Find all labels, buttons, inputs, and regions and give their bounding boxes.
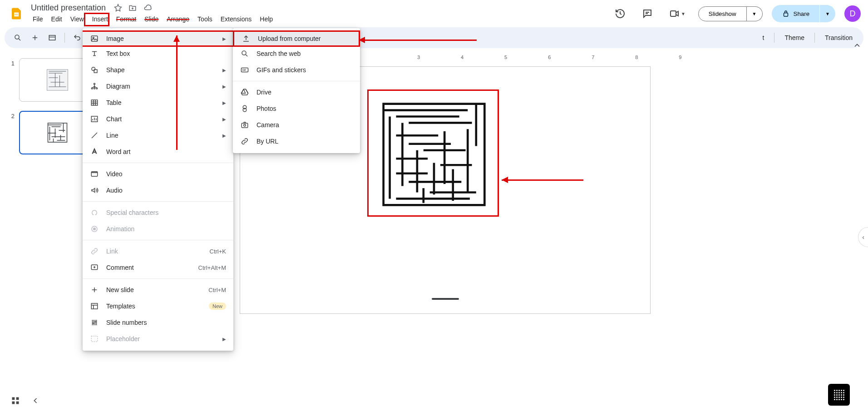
new-slide-icon[interactable] — [28, 31, 42, 45]
menu-item-placeholder: Placeholder ▶ — [83, 331, 233, 347]
menu-help[interactable]: Help — [256, 14, 276, 25]
menu-tools[interactable]: Tools — [194, 14, 216, 25]
photos-icon — [240, 104, 249, 113]
menu-item-table[interactable]: Table ▶ — [83, 94, 233, 111]
line-icon — [90, 131, 99, 139]
menu-label: Templates — [106, 303, 202, 310]
background-button[interactable]: t — [758, 34, 769, 41]
share-dropdown[interactable]: ▼ — [820, 5, 835, 22]
search-icon[interactable] — [11, 31, 25, 45]
submenu-arrow-icon: ▶ — [222, 133, 226, 138]
menu-item-shape[interactable]: Shape ▶ — [83, 62, 233, 78]
menu-edit[interactable]: Edit — [48, 14, 66, 25]
slideshow-button[interactable]: Slideshow — [698, 6, 747, 21]
svg-point-9 — [94, 83, 95, 84]
document-title[interactable]: Untitled presentation — [31, 3, 106, 13]
menu-label: Word art — [106, 148, 226, 155]
templates-icon — [90, 302, 99, 310]
svg-point-2 — [15, 35, 19, 39]
history-icon[interactable] — [611, 5, 629, 23]
undo-icon[interactable] — [70, 31, 84, 45]
menu-item-new-slide[interactable]: New slide Ctrl+M — [83, 282, 233, 298]
table-icon — [90, 99, 99, 107]
animation-icon — [90, 225, 99, 233]
menu-label: GIFs and stickers — [256, 66, 353, 74]
menu-item-text-box[interactable]: Text box — [83, 45, 233, 62]
cloud-status-icon[interactable] — [143, 4, 152, 12]
svg-rect-27 — [16, 397, 19, 400]
submenu-item-drive[interactable]: Drive — [233, 84, 360, 100]
submenu-arrow-icon: ▶ — [222, 117, 226, 122]
wordart-icon — [90, 148, 99, 156]
extension-widget[interactable] — [828, 384, 850, 406]
menu-item-slide-numbers[interactable]: Slide numbers — [83, 314, 233, 331]
submenu-item-gifs-and-stickers[interactable]: GIF GIFs and stickers — [233, 62, 360, 78]
audio-icon — [90, 186, 99, 194]
menu-item-special-characters: Special characters — [83, 204, 233, 221]
move-icon[interactable] — [128, 4, 137, 12]
shape-icon — [90, 66, 99, 74]
meet-icon[interactable]: ▼ — [666, 5, 689, 23]
menu-label: Table — [106, 99, 215, 106]
svg-point-21 — [242, 51, 246, 55]
maze-image[interactable] — [380, 102, 488, 207]
menu-item-line[interactable]: Line ▶ — [83, 127, 233, 144]
menu-item-image[interactable]: Image ▶ — [83, 30, 233, 47]
layout-icon[interactable] — [45, 31, 59, 45]
svg-rect-1 — [784, 13, 788, 17]
menu-file[interactable]: File — [29, 14, 47, 25]
svg-rect-28 — [12, 402, 15, 404]
menu-bar: File Edit View Insert Format Slide Arran… — [29, 14, 611, 25]
search-icon — [240, 50, 249, 58]
menu-item-comment[interactable]: Comment Ctrl+Alt+M — [83, 259, 233, 276]
menu-item-templates[interactable]: Templates New — [83, 298, 233, 314]
avatar[interactable]: D — [844, 5, 861, 22]
share-button[interactable]: Share — [772, 5, 820, 22]
menu-item-video[interactable]: Video — [83, 166, 233, 182]
menu-label: Video — [106, 170, 226, 178]
menu-item-chart[interactable]: Chart ▶ — [83, 111, 233, 127]
menu-item-diagram[interactable]: Diagram ▶ — [83, 78, 233, 94]
menu-separator — [83, 240, 233, 240]
menu-arrange[interactable]: Arrange — [163, 14, 193, 25]
svg-rect-26 — [12, 397, 15, 400]
svg-text:GIF: GIF — [242, 69, 247, 71]
gif-icon: GIF — [240, 66, 249, 74]
annotation-arrow — [502, 179, 583, 181]
slides-logo[interactable] — [7, 5, 25, 23]
menu-item-animation: Animation — [83, 221, 233, 237]
placeholder-icon — [90, 335, 99, 343]
menu-slide[interactable]: Slide — [141, 14, 162, 25]
submenu-item-upload-from-computer[interactable]: Upload from computer — [233, 30, 360, 47]
slideshow-dropdown[interactable]: ▼ — [747, 6, 763, 21]
menu-format[interactable]: Format — [113, 14, 140, 25]
submenu-item-search-the-web[interactable]: Search the web — [233, 45, 360, 62]
comments-icon[interactable] — [638, 5, 656, 23]
collapse-panel-icon[interactable] — [31, 396, 40, 405]
menu-item-audio[interactable]: Audio — [83, 182, 233, 199]
chart-icon — [90, 115, 99, 123]
speaker-notes-handle[interactable] — [432, 298, 459, 300]
menu-item-word-art[interactable]: Word art — [83, 144, 233, 160]
submenu-item-by-url[interactable]: By URL — [233, 133, 360, 149]
annotation-box-insert — [84, 13, 109, 26]
shortcut: Ctrl+K — [210, 248, 226, 255]
svg-rect-13 — [91, 100, 98, 105]
menu-label: New slide — [106, 286, 201, 293]
menu-label: Photos — [256, 105, 353, 112]
divider — [814, 33, 815, 43]
theme-button[interactable]: Theme — [780, 34, 809, 41]
submenu-item-photos[interactable]: Photos — [233, 100, 360, 117]
menu-separator — [83, 163, 233, 163]
video-icon — [90, 170, 99, 178]
submenu-item-camera[interactable]: Camera — [233, 117, 360, 133]
menu-label: Placeholder — [106, 335, 215, 343]
menu-label: Special characters — [106, 209, 226, 216]
star-icon[interactable] — [114, 4, 122, 12]
svg-rect-3 — [49, 35, 55, 40]
grid-view-icon[interactable] — [11, 396, 20, 405]
newslide-icon — [90, 286, 99, 294]
svg-point-17 — [94, 228, 96, 230]
svg-rect-20 — [91, 336, 98, 342]
menu-extensions[interactable]: Extensions — [217, 14, 255, 25]
